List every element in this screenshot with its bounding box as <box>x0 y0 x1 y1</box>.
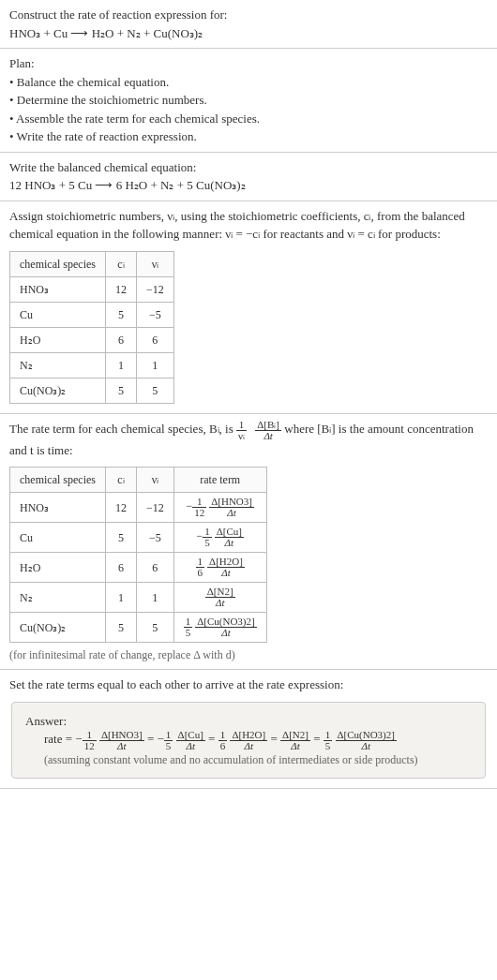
fraction: Δ[H2O]Δt <box>230 730 267 751</box>
col-species: chemical species <box>10 251 106 276</box>
rate-expression: rate = −112 Δ[HNO3]Δt = −15 Δ[Cu]Δt = 16… <box>44 730 472 751</box>
fraction: Δ[N2]Δt <box>205 587 235 608</box>
stoich-section: Assign stoichiometric numbers, νᵢ, using… <box>0 201 497 414</box>
table-row: N₂11Δ[N2]Δt <box>10 583 267 613</box>
plan-item: • Assemble the rate term for each chemic… <box>9 110 488 128</box>
plan-heading: Plan: <box>9 54 488 73</box>
fraction: Δ[HNO3]Δt <box>209 497 254 518</box>
fraction: 15 <box>203 527 212 548</box>
table-row: N₂11 <box>10 352 174 378</box>
fraction: 112 <box>192 497 206 518</box>
fraction: Δ[H2O]Δt <box>207 557 245 578</box>
table-row: Cu(NO₃)₂5515 Δ[Cu(NO3)2]Δt <box>10 613 267 643</box>
rate-term-section: The rate term for each chemical species,… <box>0 414 497 671</box>
prompt-equation: HNO₃ + Cu ⟶ H₂O + N₂ + Cu(NO₃)₂ <box>9 24 488 43</box>
table-row: HNO₃12−12−112 Δ[HNO3]Δt <box>10 493 267 523</box>
fraction: Δ[Cu(NO3)2]Δt <box>195 616 256 638</box>
plan-item: • Determine the stoichiometric numbers. <box>9 91 488 110</box>
assumption-note: (assuming constant volume and no accumul… <box>44 751 472 768</box>
fraction: Δ[N2]Δt <box>280 730 310 751</box>
table-row: HNO₃12−12 <box>10 276 174 302</box>
table-row: Cu5−5−15 Δ[Cu]Δt <box>10 523 267 553</box>
fraction: 15 <box>324 730 333 751</box>
fraction: 16 <box>218 730 228 751</box>
col-vi: νᵢ <box>136 251 173 276</box>
answer-box: Answer: rate = −112 Δ[HNO3]Δt = −15 Δ[Cu… <box>11 702 486 780</box>
table-row: H₂O66 <box>10 327 174 352</box>
prompt-title: Construct the rate of reaction expressio… <box>9 6 488 24</box>
stoich-intro: Assign stoichiometric numbers, νᵢ, using… <box>9 207 488 244</box>
fraction: 16 <box>196 557 205 578</box>
rate-term-intro: The rate term for each chemical species,… <box>9 420 488 460</box>
rate-terms-container: −112 Δ[HNO3]Δt = −15 Δ[Cu]Δt = 16 Δ[H2O]… <box>75 732 397 746</box>
answer-label: Answer: <box>25 712 472 731</box>
col-ci: cᵢ <box>105 251 136 276</box>
fraction: Δ[Bᵢ] Δt <box>255 420 281 441</box>
fraction: Δ[Cu]Δt <box>215 527 244 548</box>
final-heading: Set the rate terms equal to each other t… <box>9 676 488 694</box>
fraction: Δ[Cu]Δt <box>176 730 205 751</box>
plan-item: • Balance the chemical equation. <box>9 73 488 92</box>
fraction: 15 <box>164 730 173 751</box>
fraction: Δ[Cu(NO3)2]Δt <box>336 730 397 751</box>
fraction: 15 <box>184 616 193 638</box>
balanced-section: Write the balanced chemical equation: 12… <box>0 153 497 201</box>
plan-section: Plan: • Balance the chemical equation. •… <box>0 49 497 153</box>
balanced-heading: Write the balanced chemical equation: <box>9 158 488 177</box>
delta-note: (for infinitesimal rate of change, repla… <box>9 646 488 663</box>
final-section: Set the rate terms equal to each other t… <box>0 670 497 789</box>
table-row: Cu5−5 <box>10 302 174 327</box>
table-header-row: chemical species cᵢ νᵢ <box>10 251 174 276</box>
plan-item: • Write the rate of reaction expression. <box>9 127 488 146</box>
table-row: Cu(NO₃)₂55 <box>10 378 174 403</box>
rate-term-table: chemical species cᵢ νᵢ rate term HNO₃12−… <box>9 467 267 643</box>
fraction: 1 νᵢ <box>236 420 247 441</box>
table-header-row: chemical species cᵢ νᵢ rate term <box>10 468 267 493</box>
prompt-section: Construct the rate of reaction expressio… <box>0 0 497 49</box>
balanced-equation: 12 HNO₃ + 5 Cu ⟶ 6 H₂O + N₂ + 5 Cu(NO₃)₂ <box>9 176 488 195</box>
fraction: Δ[HNO3]Δt <box>99 730 144 751</box>
table-row: H₂O6616 Δ[H2O]Δt <box>10 553 267 583</box>
stoich-table: chemical species cᵢ νᵢ HNO₃12−12 Cu5−5 H… <box>9 251 174 404</box>
fraction: 112 <box>83 730 97 751</box>
